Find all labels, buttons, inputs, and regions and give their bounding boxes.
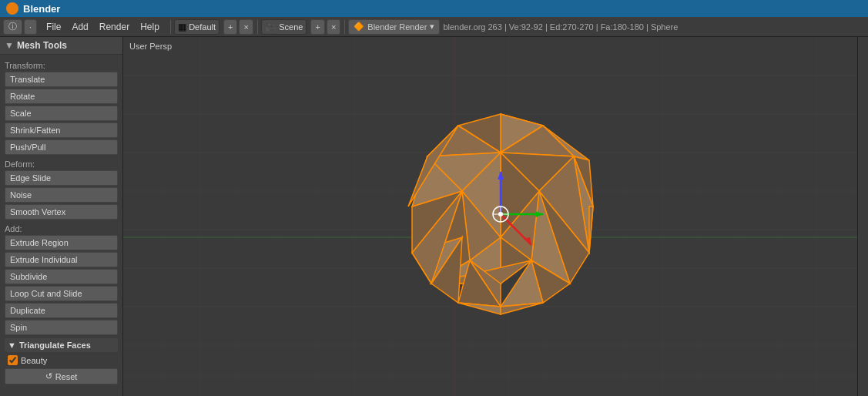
triangulate-title: Triangulate Faces: [19, 341, 91, 350]
add-label: Add:: [5, 221, 118, 235]
triangulate-collapse-icon: ▼: [8, 341, 16, 350]
duplicate-button[interactable]: Duplicate: [5, 303, 118, 318]
reset-icon: ↺: [45, 371, 52, 381]
translate-button[interactable]: Translate: [5, 72, 118, 87]
layout-selector[interactable]: ▦ Default: [174, 19, 220, 35]
separator-3: [344, 20, 345, 34]
shrink-fatten-button[interactable]: Shrink/Fatten: [5, 122, 118, 138]
add-scene-button[interactable]: +: [310, 19, 324, 35]
left-panel: ▼ Mesh Tools Transform: Translate Rotate…: [0, 37, 123, 396]
extrude-region-button[interactable]: Extrude Region: [5, 235, 118, 250]
screen-name: Default: [189, 22, 216, 32]
scale-button[interactable]: Scale: [5, 106, 118, 121]
extrude-individual-button[interactable]: Extrude Individual: [5, 252, 118, 267]
transform-label: Transform:: [5, 58, 118, 72]
menubar: ⓘ · File Add Render Help ▦ Default + × 🎥…: [0, 17, 868, 37]
file-menu[interactable]: File: [42, 20, 65, 34]
collapse-triangle-icon[interactable]: ▼: [5, 40, 14, 51]
layout-icon: ▦: [178, 22, 186, 32]
beauty-checkbox[interactable]: [8, 355, 18, 365]
help-menu[interactable]: Help: [136, 20, 164, 34]
add-menu[interactable]: Add: [67, 20, 92, 34]
triangulate-faces-section[interactable]: ▼ Triangulate Faces: [5, 338, 118, 352]
status-info: blender.org 263 | Ve:92-92 | Ed:270-270 …: [443, 22, 678, 32]
viewport[interactable]: User Persp: [123, 37, 868, 396]
main-layout: ▼ Mesh Tools Transform: Translate Rotate…: [0, 37, 868, 396]
dropdown-arrow-icon: ▾: [430, 22, 434, 32]
beauty-row: Beauty: [5, 354, 118, 367]
engine-icon: 🔶: [354, 22, 364, 32]
info-button[interactable]: ⓘ: [3, 19, 22, 35]
panel-title: Mesh Tools: [17, 40, 67, 51]
titlebar: Blender: [0, 0, 868, 17]
add-screen-button[interactable]: +: [223, 19, 237, 35]
grid-background: [123, 37, 868, 396]
scene-icon: 🎥: [265, 22, 276, 32]
separator-2: [257, 20, 258, 34]
reset-label: Reset: [55, 372, 78, 381]
panel-content: Transform: Translate Rotate Scale Shrink…: [0, 55, 122, 396]
viewport-label: User Persp: [129, 42, 172, 51]
loop-cut-slide-button[interactable]: Loop Cut and Slide: [5, 286, 118, 301]
subdivide-button[interactable]: Subdivide: [5, 269, 118, 284]
reset-button[interactable]: ↺ Reset: [5, 368, 118, 384]
rotate-button[interactable]: Rotate: [5, 89, 118, 104]
file-menu-group: File Add Render Help: [42, 20, 164, 34]
smooth-vertex-button[interactable]: Smooth Vertex: [5, 204, 118, 220]
push-pull-button[interactable]: Push/Pull: [5, 139, 118, 155]
app-title: Blender: [23, 3, 60, 15]
viewport-scrollbar[interactable]: [857, 37, 868, 396]
render-menu[interactable]: Render: [95, 20, 134, 34]
panel-header: ▼ Mesh Tools: [0, 37, 122, 55]
scene-name: Scene: [279, 22, 303, 32]
engine-name: Blender Render: [367, 22, 427, 32]
edge-slide-button[interactable]: Edge Slide: [5, 170, 118, 186]
render-engine-dropdown[interactable]: 🔶 Blender Render ▾: [348, 19, 440, 35]
blender-logo-icon: [6, 2, 18, 15]
scene-selector[interactable]: 🎥 Scene: [261, 19, 307, 35]
noise-button[interactable]: Noise: [5, 187, 118, 203]
beauty-label[interactable]: Beauty: [21, 356, 47, 365]
deform-label: Deform:: [5, 156, 118, 170]
separator-1: [170, 20, 171, 34]
close-screen-button[interactable]: ×: [239, 19, 253, 35]
close-scene-button[interactable]: ×: [327, 19, 340, 35]
dot-button[interactable]: ·: [24, 19, 37, 35]
spin-button[interactable]: Spin: [5, 320, 118, 335]
